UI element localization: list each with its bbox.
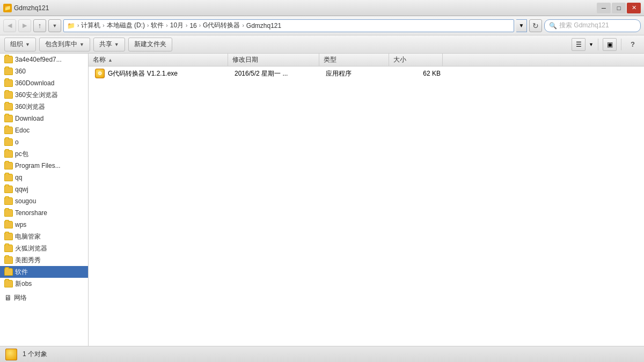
sidebar-item-10[interactable]: qq xyxy=(0,172,88,183)
sidebar-item-18[interactable]: 软件 xyxy=(0,266,88,278)
breadcrumb-item: 10月 xyxy=(170,21,184,30)
dropdown-button[interactable]: ▼ xyxy=(48,19,61,32)
col-date-label: 修改日期 xyxy=(232,55,258,64)
folder-icon xyxy=(4,209,13,217)
sidebar-item-label: Download xyxy=(15,115,43,122)
sidebar-item-0[interactable]: 3a4e40ef9ed7... xyxy=(0,54,88,65)
exe-file-icon: ⚙ xyxy=(95,69,105,78)
file-date-cell: 2016/5/2 星期一 ... xyxy=(230,69,321,78)
view-options-button[interactable]: ☰ xyxy=(572,38,586,51)
sidebar-item-label: Tenorshare xyxy=(15,209,47,217)
share-arrow-icon: ▼ xyxy=(114,42,119,47)
breadcrumb-item: 📁 xyxy=(67,22,75,29)
file-name-cell: ⚙ G代码转换器 V1.2.1.exe xyxy=(91,69,230,78)
new-folder-button[interactable]: 新建文件夹 xyxy=(128,38,172,51)
col-header-name[interactable]: 名称 ▲ xyxy=(89,54,228,66)
address-dropdown-arrow[interactable]: ▼ xyxy=(516,19,527,32)
sidebar: 3a4e40ef9ed7...360360Download360安全浏览器360… xyxy=(0,54,89,346)
folder-icon xyxy=(4,115,13,122)
address-bar-input[interactable]: 📁 › 计算机 › 本地磁盘 (D:) › 软件 › 10月 › 16 › G代… xyxy=(63,19,514,32)
forward-button[interactable]: ▶ xyxy=(18,19,31,32)
sidebar-item-14[interactable]: wps xyxy=(0,219,88,231)
sidebar-item-network[interactable]: 🖥 网络 xyxy=(0,292,88,304)
window-icon: 📁 xyxy=(3,4,12,12)
sidebar-item-3[interactable]: 360安全浏览器 xyxy=(0,89,88,101)
sidebar-item-label: 电脑管家 xyxy=(15,232,41,241)
folder-icon xyxy=(4,268,13,276)
refresh-button[interactable]: ↻ xyxy=(529,19,542,32)
breadcrumb: 📁 › 计算机 › 本地磁盘 (D:) › 软件 › 10月 › 16 › G代… xyxy=(67,21,281,30)
sidebar-item-5[interactable]: Download xyxy=(0,113,88,124)
view-dropdown-icon[interactable]: ▼ xyxy=(589,42,594,47)
preview-pane-button[interactable]: ▣ xyxy=(603,38,617,51)
close-button[interactable]: ✕ xyxy=(627,3,641,13)
file-list: ⚙ G代码转换器 V1.2.1.exe 2016/5/2 星期一 ... 应用程… xyxy=(89,67,644,346)
sort-arrow-icon: ▲ xyxy=(108,57,113,63)
breadcrumb-item: G代码转换器 xyxy=(203,21,240,30)
folder-icon xyxy=(4,221,13,228)
share-button[interactable]: 共享 ▼ xyxy=(93,38,125,51)
sidebar-item-label: 360 xyxy=(15,68,26,75)
sidebar-item-6[interactable]: Edoc xyxy=(0,124,88,136)
status-bar: 1 个对象 xyxy=(0,346,644,362)
sidebar-item-label: 美图秀秀 xyxy=(15,256,41,265)
sidebar-item-11[interactable]: qqwj xyxy=(0,183,88,195)
sidebar-item-label: pc包 xyxy=(15,150,28,159)
sidebar-item-4[interactable]: 360浏览器 xyxy=(0,101,88,113)
folder-icon xyxy=(4,127,13,134)
sidebar-item-8[interactable]: pc包 xyxy=(0,148,88,160)
share-label: 共享 xyxy=(99,40,112,49)
folder-icon xyxy=(4,162,13,169)
minimize-button[interactable]: ─ xyxy=(597,3,611,13)
sidebar-item-label: Edoc xyxy=(15,127,30,134)
sidebar-item-9[interactable]: Program Files... xyxy=(0,160,88,172)
sidebar-item-2[interactable]: 360Download xyxy=(0,77,88,89)
folder-icon xyxy=(4,56,13,63)
maximize-button[interactable]: □ xyxy=(612,3,626,13)
address-bar: ◀ ▶ ↑ ▼ 📁 › 计算机 › 本地磁盘 (D:) › 软件 › 10月 ›… xyxy=(0,16,644,35)
organize-arrow-icon: ▼ xyxy=(25,42,30,47)
status-folder-icon xyxy=(5,349,17,360)
title-bar-controls: ─ □ ✕ xyxy=(597,3,641,13)
sidebar-item-label: wps xyxy=(15,221,26,228)
sidebar-item-16[interactable]: 火狐浏览器 xyxy=(0,242,88,254)
column-headers: 名称 ▲ 修改日期 类型 大小 xyxy=(89,54,644,67)
folder-icon xyxy=(4,91,13,99)
breadcrumb-item-active: Gdmzhq121 xyxy=(246,22,281,29)
col-header-size[interactable]: 大小 xyxy=(389,54,443,66)
folder-icon xyxy=(4,186,13,193)
organize-label: 组织 xyxy=(10,40,23,49)
sidebar-item-17[interactable]: 美图秀秀 xyxy=(0,254,88,266)
folder-icon xyxy=(4,68,13,75)
sidebar-item-13[interactable]: Tenorshare xyxy=(0,207,88,219)
title-bar: 📁 Gdmzhq121 ─ □ ✕ xyxy=(0,0,644,16)
folder-icon xyxy=(4,150,13,158)
col-size-label: 大小 xyxy=(393,55,406,64)
sidebar-item-label: 360浏览器 xyxy=(15,102,45,112)
col-header-type[interactable]: 类型 xyxy=(319,54,389,66)
organize-button[interactable]: 组织 ▼ xyxy=(4,38,36,51)
add-to-library-button[interactable]: 包含到库中 ▼ xyxy=(39,38,90,51)
folder-icon xyxy=(4,280,13,287)
folder-icon xyxy=(4,256,13,264)
file-size-cell: 62 KB xyxy=(391,70,445,77)
content-area: 名称 ▲ 修改日期 类型 大小 ⚙ G代码转换器 V1.2.1.exe 2016… xyxy=(89,54,644,346)
sidebar-item-label: Program Files... xyxy=(15,162,61,169)
new-folder-label: 新建文件夹 xyxy=(134,40,166,49)
sidebar-item-7[interactable]: o xyxy=(0,136,88,148)
folder-icon xyxy=(4,233,13,240)
up-button[interactable]: ↑ xyxy=(33,19,46,32)
table-row[interactable]: ⚙ G代码转换器 V1.2.1.exe 2016/5/2 星期一 ... 应用程… xyxy=(89,67,644,80)
sidebar-item-label: 软件 xyxy=(15,268,28,277)
help-button[interactable]: ? xyxy=(626,38,640,51)
search-box[interactable]: 🔍 搜索 Gdmzhq121 xyxy=(544,19,641,32)
back-button[interactable]: ◀ xyxy=(3,19,16,32)
sidebar-item-12[interactable]: sougou xyxy=(0,195,88,207)
folder-icon xyxy=(4,103,13,110)
sidebar-item-15[interactable]: 电脑管家 xyxy=(0,231,88,242)
toolbar-separator xyxy=(598,39,598,50)
sidebar-item-19[interactable]: 新obs xyxy=(0,278,88,290)
sidebar-item-1[interactable]: 360 xyxy=(0,65,88,77)
col-header-date[interactable]: 修改日期 xyxy=(228,54,319,66)
file-name: G代码转换器 V1.2.1.exe xyxy=(108,69,178,78)
